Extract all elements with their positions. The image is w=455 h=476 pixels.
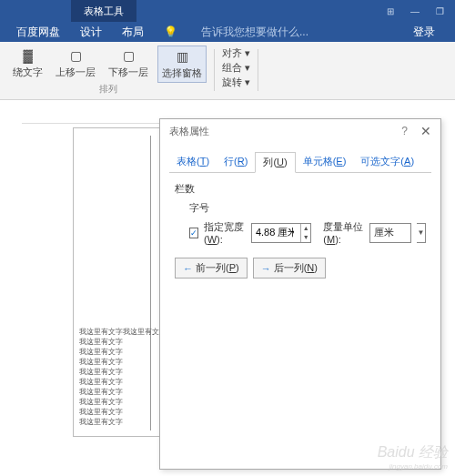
tab-design[interactable]: 设计 bbox=[80, 25, 102, 40]
minimize-icon[interactable]: ― bbox=[410, 6, 420, 16]
size-label: 字号 bbox=[189, 201, 426, 215]
ribbon-tabs: 百度网盘 设计 布局 💡 告诉我您想要做什么... 登录 bbox=[0, 22, 455, 42]
dialog-titlebar: 表格属性 ? ✕ bbox=[160, 119, 440, 143]
ribbon: ▓ 绕文字 ▢ 上移一层 ▢ 下移一层 ▥ 选择窗格 排列 对齐 ▾ 组合 ▾ … bbox=[0, 42, 455, 100]
tab-layout[interactable]: 布局 bbox=[122, 25, 144, 40]
unit-label: 度量单位(M): bbox=[323, 220, 364, 245]
selection-pane-icon: ▥ bbox=[174, 48, 190, 65]
table-cell-content: 我这里有文字我这里有文字 我这里有文字 我这里有文字 我这里有文字 我这里有文字… bbox=[79, 327, 167, 427]
window-settings-icon[interactable]: ⊞ bbox=[387, 6, 394, 16]
align-button[interactable]: 对齐 ▾ bbox=[222, 46, 250, 60]
tab-alt-text[interactable]: 可选文字(A) bbox=[353, 152, 421, 172]
spec-width-checkbox[interactable]: ✓ bbox=[189, 228, 198, 238]
watermark: Baidu 经验 jingyan.baidu.com bbox=[378, 443, 448, 471]
tab-cell[interactable]: 单元格(E) bbox=[296, 152, 354, 172]
tab-column[interactable]: 列(U) bbox=[255, 152, 295, 173]
wrap-text-button[interactable]: ▓ 绕文字 bbox=[9, 46, 46, 83]
separator bbox=[258, 49, 258, 91]
lightbulb-icon: 💡 bbox=[164, 25, 177, 38]
tell-me-input[interactable]: 告诉我您想要做什么... bbox=[201, 25, 308, 40]
tab-table[interactable]: 表格(T) bbox=[169, 152, 217, 172]
tab-row[interactable]: 行(R) bbox=[217, 152, 255, 172]
contextual-tab-table-tools: 表格工具 bbox=[71, 0, 136, 22]
unit-select[interactable]: 厘米 bbox=[369, 223, 410, 243]
login-link[interactable]: 登录 bbox=[413, 25, 435, 40]
restore-icon[interactable]: ❐ bbox=[436, 6, 444, 16]
arrow-right-icon: → bbox=[261, 263, 271, 274]
dialog-close-icon[interactable]: ✕ bbox=[420, 124, 431, 138]
bring-forward-icon: ▢ bbox=[67, 47, 84, 64]
width-spinner[interactable]: ▲▼ bbox=[300, 224, 310, 242]
send-backward-button[interactable]: ▢ 下移一层 bbox=[105, 46, 152, 83]
chevron-down-icon[interactable]: ▼ bbox=[417, 223, 426, 243]
next-column-button[interactable]: →后一列(N) bbox=[253, 258, 326, 279]
wrap-text-icon: ▓ bbox=[20, 47, 36, 64]
separator bbox=[214, 49, 215, 91]
prev-column-button[interactable]: ←前一列(P) bbox=[175, 258, 248, 279]
selection-pane-button[interactable]: ▥ 选择窗格 bbox=[157, 46, 207, 83]
ribbon-group-arrange-label: 排列 bbox=[99, 83, 117, 96]
bring-forward-button[interactable]: ▢ 上移一层 bbox=[52, 46, 99, 83]
rotate-button[interactable]: 旋转 ▾ bbox=[222, 75, 250, 89]
spec-width-label: 指定宽度(W): bbox=[204, 220, 246, 245]
table-properties-dialog: 表格属性 ? ✕ 表格(T) 行(R) 列(U) 单元格(E) 可选文字(A) … bbox=[159, 118, 441, 470]
tab-baidu[interactable]: 百度网盘 bbox=[16, 25, 60, 40]
arrow-left-icon: ← bbox=[183, 263, 193, 274]
dialog-help-icon[interactable]: ? bbox=[401, 125, 408, 137]
dialog-tabs: 表格(T) 行(R) 列(U) 单元格(E) 可选文字(A) bbox=[169, 152, 431, 173]
title-bar: 表格工具 ⊞ ― ❐ bbox=[0, 0, 455, 22]
group-button[interactable]: 组合 ▾ bbox=[222, 60, 250, 75]
dialog-title: 表格属性 bbox=[169, 125, 209, 138]
send-backward-icon: ▢ bbox=[120, 47, 136, 64]
columns-count-label: 栏数 bbox=[175, 182, 426, 196]
